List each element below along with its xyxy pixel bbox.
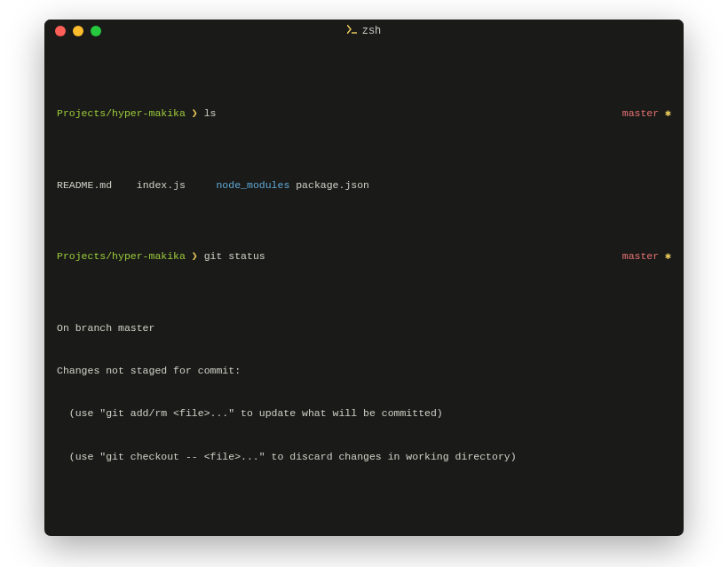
prompt-symbol: ❯ [192, 107, 198, 119]
dirty-star-icon: ✱ [665, 107, 671, 119]
status-hint: (use "git add/rm <file>..." to update wh… [57, 406, 671, 421]
blank-line [57, 492, 671, 507]
prompt-line: Projects/hyper-makika ❯ git status maste… [57, 249, 671, 264]
file-package: package.json [296, 179, 369, 191]
prompt-path: Projects/hyper-makika [57, 250, 186, 262]
status-not-staged: Changes not staged for commit: [57, 364, 671, 378]
dirty-star-icon: ✱ [665, 250, 671, 262]
status-branch: On branch master [57, 321, 671, 335]
traffic-lights [44, 26, 101, 36]
prompt-symbol: ❯ [192, 250, 198, 262]
branch-name: master [622, 250, 659, 262]
titlebar: zsh [44, 20, 684, 43]
zoom-icon[interactable] [91, 26, 101, 36]
close-icon[interactable] [55, 26, 66, 36]
shell-icon [347, 24, 357, 39]
branch-name: master [622, 107, 659, 119]
status-modified: modified: README.md [57, 535, 671, 536]
ls-output: README.md index.js node_modules package.… [57, 178, 671, 193]
terminal-body[interactable]: Projects/hyper-makika ❯ ls master ✱ READ… [44, 43, 684, 536]
command-text: git status [204, 250, 265, 262]
prompt-line: Projects/hyper-makika ❯ ls master ✱ [57, 106, 671, 121]
minimize-icon[interactable] [73, 26, 83, 36]
terminal-window: zsh Projects/hyper-makika ❯ ls master ✱ … [44, 20, 684, 536]
command-text: ls [204, 107, 217, 119]
dir-node-modules: node_modules [216, 179, 289, 191]
file-readme: README.md [57, 179, 112, 191]
window-title-text: zsh [362, 24, 382, 39]
prompt-path: Projects/hyper-makika [57, 107, 186, 119]
window-title: zsh [44, 24, 684, 39]
file-index: index.js [137, 179, 186, 191]
status-hint: (use "git checkout -- <file>..." to disc… [57, 450, 671, 464]
